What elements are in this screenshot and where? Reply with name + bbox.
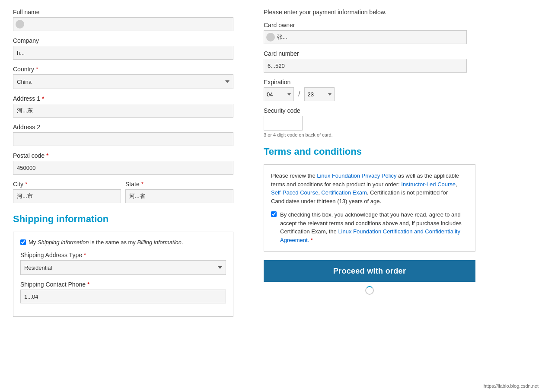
security-code-group: Security code 3 or 4 digit code on back … — [264, 107, 475, 137]
address2-group: Address 2 — [13, 124, 233, 146]
address2-label: Address 2 — [13, 124, 233, 131]
country-group: Country * China United States United Kin… — [13, 66, 233, 89]
city-group: City * — [13, 181, 121, 203]
shipping-same-billing-row: My Shipping information is the same as m… — [20, 239, 226, 245]
fullname-group: Full name — [13, 9, 233, 31]
confidentiality-agreement-link[interactable]: Linux Foundation Certification and Confi… — [280, 228, 460, 243]
address2-input[interactable] — [13, 132, 233, 146]
expiration-label: Expiration — [264, 79, 475, 86]
fullname-label: Full name — [13, 9, 233, 16]
shipping-type-group: Shipping Address Type * Residential Busi… — [20, 252, 226, 275]
shipping-phone-group: Shipping Contact Phone * — [20, 281, 226, 303]
state-group: State * — [125, 181, 233, 203]
country-select[interactable]: China United States United Kingdom Germa… — [13, 74, 233, 89]
postal-group: Postal code * 450000 — [13, 152, 233, 175]
shipping-type-required-star: * — [84, 252, 86, 258]
watermark-link[interactable]: https://liabio.blog.csdn.net — [484, 383, 539, 389]
company-input[interactable] — [13, 46, 233, 60]
instructor-led-link[interactable]: Instructor-Led Course — [401, 181, 456, 188]
shipping-section-title: Shipping information — [13, 214, 233, 225]
country-label: Country * — [13, 66, 233, 73]
shipping-type-label: Shipping Address Type * — [20, 252, 226, 258]
company-group: Company — [13, 37, 233, 60]
card-owner-user-icon — [266, 33, 275, 41]
postal-input[interactable]: 450000 — [13, 161, 233, 175]
shipping-same-billing-checkbox[interactable] — [20, 239, 26, 245]
loading-spinner-container — [264, 286, 475, 295]
card-owner-input[interactable] — [264, 30, 467, 44]
expiration-group: Expiration 010203 04 050607 080910 1112 … — [264, 79, 475, 101]
card-number-input[interactable] — [264, 59, 467, 73]
card-number-group: Card number — [264, 50, 475, 73]
privacy-policy-link[interactable]: Linux Foundation Privacy Policy — [317, 172, 396, 179]
shipping-section: My Shipping information is the same as m… — [13, 232, 233, 317]
expiration-row: 010203 04 050607 080910 1112 / 23 242526… — [264, 87, 475, 101]
card-number-label: Card number — [264, 50, 475, 57]
address1-required-star: * — [42, 95, 44, 102]
company-label: Company — [13, 37, 233, 44]
loading-spinner — [365, 286, 374, 295]
user-icon — [16, 20, 24, 29]
terms-agree-label: By checking this box, you acknowledge th… — [280, 210, 468, 244]
fullname-input[interactable] — [13, 17, 233, 31]
security-code-hint: 3 or 4 digit code on back of card. — [264, 132, 475, 137]
postal-required-star: * — [46, 152, 48, 159]
terms-text: Please review the Linux Foundation Priva… — [271, 172, 468, 205]
security-code-label: Security code — [264, 107, 475, 114]
shipping-phone-input[interactable] — [20, 290, 226, 303]
expiration-year-select[interactable]: 23 242526 27282930 — [304, 87, 335, 101]
terms-agree-required-star: * — [311, 237, 313, 243]
expiration-separator: / — [298, 90, 300, 98]
state-input[interactable] — [125, 189, 233, 203]
terms-agree-checkbox[interactable] — [271, 211, 277, 217]
card-owner-group: Card owner — [264, 22, 475, 44]
country-required-star: * — [36, 66, 38, 73]
payment-intro: Please enter your payment information be… — [264, 9, 475, 16]
state-required-star: * — [141, 181, 143, 188]
self-paced-link[interactable]: Self-Paced Course — [271, 189, 318, 196]
shipping-type-select[interactable]: Residential Business — [20, 260, 226, 275]
terms-section: Terms and conditions Please review the L… — [264, 146, 475, 252]
city-input[interactable] — [13, 189, 121, 203]
certification-exam-link[interactable]: Certification Exam — [321, 189, 367, 196]
shipping-same-billing-label: My Shipping information is the same as m… — [29, 239, 183, 245]
proceed-with-order-button[interactable]: Proceed with order — [264, 260, 475, 282]
card-owner-label: Card owner — [264, 22, 475, 29]
city-label: City * — [13, 181, 121, 188]
security-code-input[interactable] — [264, 116, 303, 131]
shipping-phone-required-star: * — [87, 281, 89, 288]
terms-agree-row: By checking this box, you acknowledge th… — [271, 210, 468, 244]
city-state-row: City * State * — [13, 181, 233, 209]
terms-box: Please review the Linux Foundation Priva… — [264, 164, 475, 252]
state-label: State * — [125, 181, 233, 188]
expiration-month-select[interactable]: 010203 04 050607 080910 1112 — [264, 87, 294, 101]
address1-input[interactable] — [13, 104, 233, 118]
city-required-star: * — [25, 181, 27, 188]
address1-group: Address 1 * — [13, 95, 233, 118]
postal-label: Postal code * — [13, 152, 233, 159]
shipping-phone-label: Shipping Contact Phone * — [20, 281, 226, 288]
address1-label: Address 1 * — [13, 95, 233, 102]
terms-title: Terms and conditions — [264, 146, 475, 157]
